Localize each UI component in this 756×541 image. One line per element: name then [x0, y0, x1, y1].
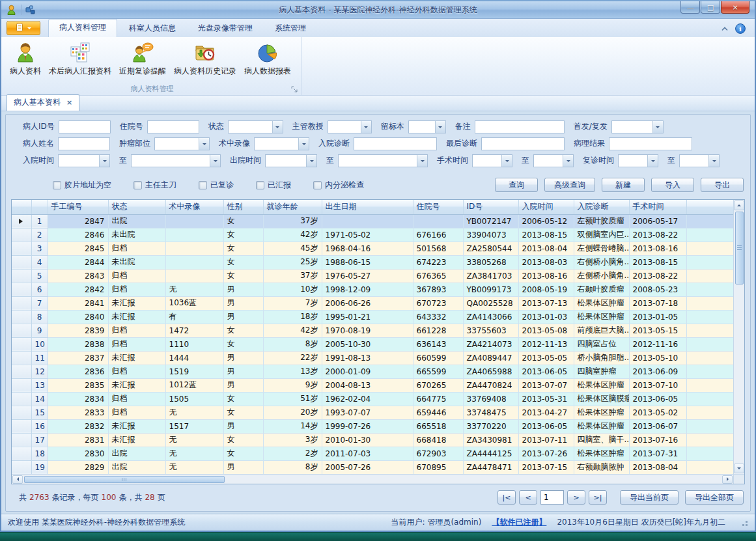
ribbon-tab[interactable]: 系统管理 — [264, 20, 316, 37]
table-row[interactable]: 52843归档女37岁1976-05-27676365ZA38417032013… — [12, 269, 733, 283]
combo-dropdown-button[interactable] — [361, 121, 371, 133]
filter-combo[interactable] — [472, 154, 512, 167]
filter-input[interactable] — [609, 137, 692, 150]
table-row[interactable]: 172831未汇报无女3岁2010-01-30668418ZA343098120… — [12, 433, 733, 447]
combo-dropdown-button[interactable] — [563, 155, 573, 167]
ribbon-button[interactable]: 病人资料 — [6, 40, 45, 78]
table-row[interactable]: 72841未汇报1036蓝男7岁2006-06-26670723QA002552… — [12, 296, 733, 310]
ribbon-button[interactable]: 近期复诊提醒 — [115, 40, 170, 78]
table-row[interactable]: 152833归档无女20岁1993-07-0765944633748475201… — [12, 406, 733, 419]
column-header[interactable]: 就诊年龄 — [263, 200, 322, 214]
scroll-left-icon[interactable] — [12, 475, 23, 484]
ribbon-tab[interactable]: 病人资料管理 — [48, 19, 117, 37]
action-button[interactable]: 查询 — [495, 178, 538, 192]
ribbon-collapse-icon[interactable] — [721, 26, 729, 32]
scroll-up-icon[interactable] — [734, 201, 744, 210]
ribbon-button[interactable]: 病人数据报表 — [240, 40, 295, 78]
minimize-button[interactable]: — — [680, 1, 700, 14]
filter-input[interactable] — [147, 120, 199, 133]
column-header[interactable]: 性别 — [223, 200, 263, 214]
filter-combo[interactable] — [618, 154, 658, 167]
vertical-scrollbar[interactable] — [733, 200, 744, 474]
table-row[interactable]: 62842归档无男10岁1998-12-09367893YB0099173200… — [12, 283, 733, 296]
filter-checkbox[interactable]: 内分泌检查 — [313, 180, 364, 191]
combo-dropdown-button[interactable] — [708, 155, 719, 167]
filter-checkbox[interactable]: 已汇报 — [256, 180, 291, 191]
doc-tab-patient-basic[interactable]: 病人基本资料 × — [7, 94, 79, 111]
ribbon-tab[interactable]: 科室人员信息 — [119, 20, 186, 37]
table-row[interactable]: 182830出院无女2岁2011-07-03672903ZA4444125201… — [12, 447, 733, 460]
table-row[interactable]: 12847出院女37岁YB00721472006-05-12左额叶胶质瘤2006… — [12, 214, 733, 228]
filter-combo[interactable] — [679, 154, 720, 167]
column-header[interactable]: 住院号 — [413, 200, 463, 214]
scroll-right-icon[interactable] — [722, 475, 733, 484]
combo-dropdown-button[interactable] — [417, 155, 427, 167]
first-page-button[interactable]: |< — [497, 490, 516, 505]
checkbox-box[interactable] — [133, 181, 142, 189]
table-row[interactable]: 42844未出院女25岁1988-06-15674223338052682013… — [12, 255, 733, 269]
combo-dropdown-button[interactable] — [306, 155, 316, 167]
filter-input[interactable] — [59, 120, 111, 133]
filter-combo[interactable] — [328, 120, 372, 133]
combo-dropdown-button[interactable] — [210, 155, 220, 167]
checkbox-box[interactable] — [199, 181, 207, 189]
filter-combo[interactable] — [254, 137, 309, 150]
combo-dropdown-button[interactable] — [272, 121, 283, 133]
column-header[interactable]: 入院时间 — [518, 200, 574, 214]
info-icon[interactable]: i — [735, 23, 746, 34]
combo-dropdown-button[interactable] — [652, 121, 663, 133]
filter-combo[interactable] — [228, 120, 283, 133]
registered-link[interactable]: 【软件已注册】 — [492, 517, 546, 528]
combo-dropdown-button[interactable] — [199, 138, 209, 150]
table-row[interactable]: 112837未汇报1444男22岁1991-08-13660599ZA40894… — [12, 351, 733, 365]
ribbon-tab[interactable]: 光盘录像带管理 — [188, 20, 263, 37]
dialog-launcher-icon[interactable] — [291, 86, 298, 92]
combo-dropdown-button[interactable] — [501, 155, 512, 167]
combo-dropdown-button[interactable] — [435, 121, 445, 133]
titlebar[interactable]: 病人基本资料 - 某某医院神经外科-神经外科数据管理系统 — □ × — [1, 1, 755, 19]
close-button[interactable]: × — [721, 1, 749, 14]
ribbon-button[interactable]: 术后病人汇报资料 — [45, 40, 115, 78]
filter-input[interactable] — [475, 120, 565, 133]
doc-tab-close-icon[interactable]: × — [66, 99, 72, 106]
horizontal-scrollbar-thumb[interactable] — [24, 476, 225, 483]
filter-combo[interactable] — [58, 154, 110, 167]
vertical-scrollbar-thumb[interactable] — [735, 212, 744, 284]
combo-dropdown-button[interactable] — [99, 155, 109, 167]
filter-combo[interactable] — [533, 154, 574, 167]
table-row[interactable]: 192829出院无男8岁2005-07-26670895ZA4478471201… — [12, 460, 733, 474]
column-header[interactable]: 入院诊断 — [574, 200, 629, 214]
action-button[interactable]: 导出 — [701, 178, 744, 192]
filter-combo[interactable] — [154, 137, 210, 150]
filter-input[interactable] — [354, 137, 437, 150]
column-header[interactable]: 术中录像 — [165, 200, 223, 214]
filter-input[interactable] — [58, 137, 110, 150]
table-row[interactable]: 102838归档1110女8岁2005-10-30636143ZA4214073… — [12, 337, 733, 351]
action-button[interactable]: 导入 — [651, 178, 694, 192]
maximize-button[interactable]: □ — [701, 1, 720, 14]
next-page-button[interactable]: > — [567, 490, 585, 505]
column-header[interactable]: 手术时间 — [629, 200, 686, 214]
action-button[interactable]: 新建 — [602, 178, 645, 192]
filter-combo[interactable] — [408, 120, 446, 133]
filter-checkbox[interactable]: 已复诊 — [199, 180, 234, 191]
filter-combo[interactable] — [131, 154, 221, 167]
last-page-button[interactable]: >| — [589, 490, 607, 505]
page-number-input[interactable] — [540, 490, 564, 505]
table-row[interactable]: 122836归档1519男13岁2000-01-09665599ZA406598… — [12, 365, 733, 378]
checkbox-box[interactable] — [313, 181, 322, 189]
checkbox-box[interactable] — [53, 181, 61, 189]
combo-dropdown-button[interactable] — [298, 138, 309, 150]
export-current-page-button[interactable]: 导出当前页 — [620, 490, 679, 505]
table-row[interactable]: 22846未出院女42岁1971-05-02676166339040732013… — [12, 228, 733, 242]
combo-dropdown-button[interactable] — [647, 155, 658, 167]
horizontal-scrollbar[interactable] — [12, 474, 733, 484]
scroll-down-icon[interactable] — [734, 464, 744, 473]
table-row[interactable]: 32845归档女45岁1968-04-16501568ZA25805442013… — [12, 242, 733, 255]
action-button[interactable]: 高级查询 — [544, 178, 595, 192]
prev-page-button[interactable]: < — [519, 490, 537, 505]
filter-checkbox[interactable]: 主任主刀 — [133, 180, 176, 191]
filter-input[interactable] — [481, 137, 565, 150]
table-row[interactable]: 162832未汇报1517男14岁1999-07-266655183377022… — [12, 419, 733, 433]
ribbon-button[interactable]: 病人资料历史记录 — [170, 40, 240, 78]
